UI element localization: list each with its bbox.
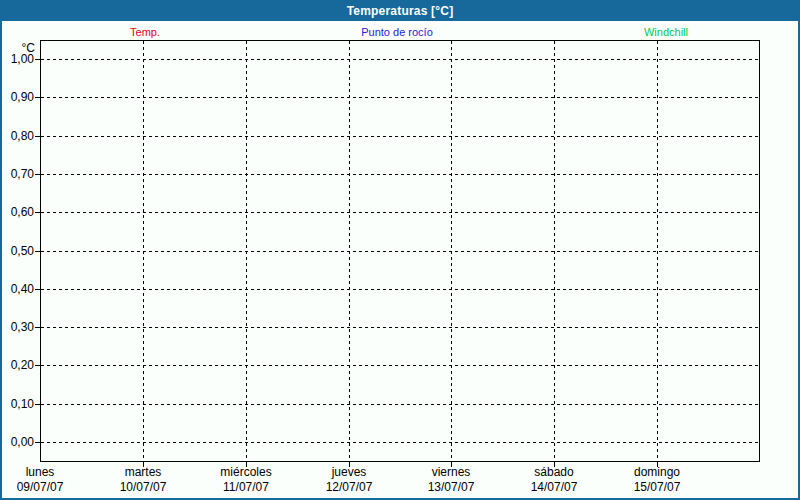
legend-item-temp: Temp. xyxy=(130,25,160,39)
day-date: 14/07/07 xyxy=(531,480,578,495)
vertical-gridline xyxy=(554,41,555,461)
day-date: 12/07/07 xyxy=(326,480,373,495)
x-day-label: lunes09/07/07 xyxy=(17,465,64,495)
legend-item-windchill: Windchill xyxy=(644,25,688,39)
horizontal-gridline xyxy=(41,327,759,328)
day-date: 15/07/07 xyxy=(634,480,681,495)
day-name: domingo xyxy=(634,465,681,480)
horizontal-gridline xyxy=(41,289,759,290)
y-tick-label: 0,50 xyxy=(0,244,34,258)
x-day-label: domingo15/07/07 xyxy=(634,465,681,495)
vertical-gridline xyxy=(657,41,658,461)
horizontal-gridline xyxy=(41,365,759,366)
chart-title: Temperaturas [°C] xyxy=(347,4,454,18)
y-axis-tick xyxy=(35,404,40,405)
horizontal-gridline xyxy=(41,59,759,60)
vertical-gridline xyxy=(349,41,350,461)
y-axis-tick xyxy=(35,365,40,366)
y-tick-label: 0,70 xyxy=(0,167,34,181)
x-day-label: viernes13/07/07 xyxy=(428,465,475,495)
y-tick-label: 0,20 xyxy=(0,358,34,372)
day-name: viernes xyxy=(428,465,475,480)
horizontal-gridline xyxy=(41,251,759,252)
y-tick-label: 0,40 xyxy=(0,282,34,296)
y-axis-tick xyxy=(35,59,40,60)
day-name: sábado xyxy=(531,465,578,480)
x-day-label: martes10/07/07 xyxy=(120,465,167,495)
y-tick-label: 0,10 xyxy=(0,397,34,411)
day-name: martes xyxy=(120,465,167,480)
horizontal-gridline xyxy=(41,442,759,443)
day-date: 11/07/07 xyxy=(220,480,271,495)
day-date: 09/07/07 xyxy=(17,480,64,495)
vertical-gridline xyxy=(143,41,144,461)
y-tick-label: 0,90 xyxy=(0,90,34,104)
day-name: miércoles xyxy=(220,465,271,480)
day-date: 10/07/07 xyxy=(120,480,167,495)
y-axis-tick xyxy=(35,174,40,175)
legend-item-dew-point: Punto de rocío xyxy=(361,25,433,39)
day-name: jueves xyxy=(326,465,373,480)
x-day-label: jueves12/07/07 xyxy=(326,465,373,495)
weather-chart-window: Temperaturas [°C] Temp. Punto de rocío W… xyxy=(0,0,800,500)
x-day-label: miércoles11/07/07 xyxy=(220,465,271,495)
y-axis-tick xyxy=(35,251,40,252)
x-day-label: sábado14/07/07 xyxy=(531,465,578,495)
y-tick-label: 0,00 xyxy=(0,435,34,449)
horizontal-gridline xyxy=(41,136,759,137)
y-axis-tick xyxy=(35,289,40,290)
day-date: 13/07/07 xyxy=(428,480,475,495)
horizontal-gridline xyxy=(41,404,759,405)
y-axis-tick xyxy=(35,442,40,443)
vertical-gridline xyxy=(451,41,452,461)
horizontal-gridline xyxy=(41,212,759,213)
y-tick-label: 0,30 xyxy=(0,320,34,334)
horizontal-gridline xyxy=(41,97,759,98)
y-tick-label: 0,80 xyxy=(0,129,34,143)
y-tick-label: 1,00 xyxy=(0,52,34,66)
y-axis-tick xyxy=(35,212,40,213)
horizontal-gridline xyxy=(41,174,759,175)
y-axis-tick xyxy=(35,327,40,328)
day-name: lunes xyxy=(17,465,64,480)
vertical-gridline xyxy=(246,41,247,461)
y-tick-label: 0,60 xyxy=(0,205,34,219)
y-axis-tick xyxy=(35,97,40,98)
y-axis-tick xyxy=(35,136,40,137)
title-bar: Temperaturas [°C] xyxy=(0,0,800,21)
